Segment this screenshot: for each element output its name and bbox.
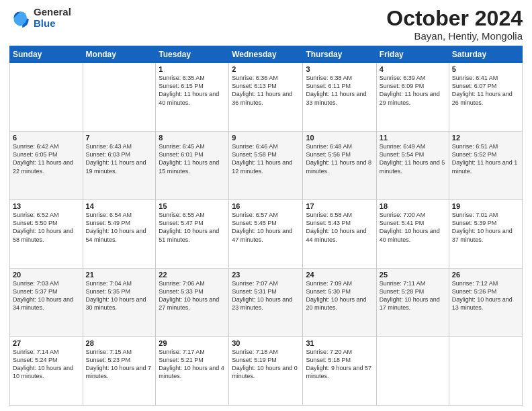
day-info: Sunrise: 6:46 AM Sunset: 5:58 PM Dayligh…	[232, 142, 300, 175]
calendar-cell	[376, 337, 449, 406]
page: General Blue October 2024 Bayan, Hentiy,…	[0, 0, 532, 411]
day-number: 8	[159, 134, 226, 142]
day-info: Sunrise: 6:35 AM Sunset: 6:15 PM Dayligh…	[159, 74, 226, 107]
day-number: 23	[232, 271, 300, 279]
day-number: 24	[306, 271, 373, 279]
day-number: 7	[86, 134, 153, 142]
week-row-3: 20Sunrise: 7:03 AM Sunset: 5:37 PM Dayli…	[10, 269, 523, 337]
day-info: Sunrise: 7:00 AM Sunset: 5:41 PM Dayligh…	[380, 211, 446, 244]
day-info: Sunrise: 6:52 AM Sunset: 5:50 PM Dayligh…	[13, 211, 80, 244]
day-number: 28	[86, 339, 153, 347]
day-number: 22	[159, 271, 226, 279]
day-number: 26	[452, 271, 519, 279]
day-number: 9	[232, 134, 300, 142]
day-info: Sunrise: 6:43 AM Sunset: 6:03 PM Dayligh…	[86, 142, 153, 175]
week-row-0: 1Sunrise: 6:35 AM Sunset: 6:15 PM Daylig…	[10, 63, 523, 132]
day-info: Sunrise: 7:01 AM Sunset: 5:39 PM Dayligh…	[452, 211, 519, 244]
calendar-cell: 19Sunrise: 7:01 AM Sunset: 5:39 PM Dayli…	[449, 200, 522, 269]
day-info: Sunrise: 7:04 AM Sunset: 5:35 PM Dayligh…	[86, 279, 153, 312]
calendar-table: Sunday Monday Tuesday Wednesday Thursday…	[9, 46, 523, 406]
day-number: 30	[232, 339, 300, 347]
calendar-cell: 27Sunrise: 7:14 AM Sunset: 5:24 PM Dayli…	[10, 337, 83, 406]
day-info: Sunrise: 7:18 AM Sunset: 5:19 PM Dayligh…	[232, 348, 300, 381]
header-row: Sunday Monday Tuesday Wednesday Thursday…	[10, 46, 523, 63]
day-number: 19	[452, 202, 519, 210]
day-number: 20	[13, 271, 80, 279]
calendar-cell: 28Sunrise: 7:15 AM Sunset: 5:23 PM Dayli…	[83, 337, 156, 406]
header-friday: Friday	[376, 46, 449, 63]
day-info: Sunrise: 6:51 AM Sunset: 5:52 PM Dayligh…	[452, 142, 519, 175]
calendar-cell: 9Sunrise: 6:46 AM Sunset: 5:58 PM Daylig…	[229, 132, 303, 200]
day-number: 15	[159, 202, 226, 210]
calendar-cell: 18Sunrise: 7:00 AM Sunset: 5:41 PM Dayli…	[376, 200, 449, 269]
calendar-header: Sunday Monday Tuesday Wednesday Thursday…	[10, 46, 523, 63]
day-number: 25	[380, 271, 446, 279]
calendar-body: 1Sunrise: 6:35 AM Sunset: 6:15 PM Daylig…	[10, 63, 523, 406]
day-info: Sunrise: 6:58 AM Sunset: 5:43 PM Dayligh…	[306, 211, 373, 244]
calendar-cell: 22Sunrise: 7:06 AM Sunset: 5:33 PM Dayli…	[156, 269, 229, 337]
calendar-cell: 29Sunrise: 7:17 AM Sunset: 5:21 PM Dayli…	[156, 337, 229, 406]
calendar-cell	[449, 337, 522, 406]
header-wednesday: Wednesday	[229, 46, 303, 63]
calendar-cell: 16Sunrise: 6:57 AM Sunset: 5:45 PM Dayli…	[229, 200, 303, 269]
day-number: 17	[306, 202, 373, 210]
day-number: 6	[13, 134, 80, 142]
logo-icon	[9, 7, 31, 29]
day-info: Sunrise: 7:15 AM Sunset: 5:23 PM Dayligh…	[86, 348, 153, 381]
calendar-cell: 7Sunrise: 6:43 AM Sunset: 6:03 PM Daylig…	[83, 132, 156, 200]
day-info: Sunrise: 6:38 AM Sunset: 6:11 PM Dayligh…	[306, 74, 373, 107]
day-info: Sunrise: 6:57 AM Sunset: 5:45 PM Dayligh…	[232, 211, 300, 244]
calendar-cell: 2Sunrise: 6:36 AM Sunset: 6:13 PM Daylig…	[229, 63, 303, 132]
day-info: Sunrise: 6:39 AM Sunset: 6:09 PM Dayligh…	[380, 74, 446, 107]
week-row-1: 6Sunrise: 6:42 AM Sunset: 6:05 PM Daylig…	[10, 132, 523, 200]
calendar-cell: 1Sunrise: 6:35 AM Sunset: 6:15 PM Daylig…	[156, 63, 229, 132]
day-info: Sunrise: 6:54 AM Sunset: 5:49 PM Dayligh…	[86, 211, 153, 244]
calendar-cell	[10, 63, 83, 132]
day-info: Sunrise: 7:12 AM Sunset: 5:26 PM Dayligh…	[452, 279, 519, 312]
day-info: Sunrise: 6:36 AM Sunset: 6:13 PM Dayligh…	[232, 74, 300, 107]
day-number: 16	[232, 202, 300, 210]
day-number: 4	[380, 65, 446, 73]
calendar-cell: 24Sunrise: 7:09 AM Sunset: 5:30 PM Dayli…	[303, 269, 376, 337]
calendar-cell: 6Sunrise: 6:42 AM Sunset: 6:05 PM Daylig…	[10, 132, 83, 200]
week-row-4: 27Sunrise: 7:14 AM Sunset: 5:24 PM Dayli…	[10, 337, 523, 406]
day-info: Sunrise: 7:07 AM Sunset: 5:31 PM Dayligh…	[232, 279, 300, 312]
calendar-cell: 4Sunrise: 6:39 AM Sunset: 6:09 PM Daylig…	[376, 63, 449, 132]
header-tuesday: Tuesday	[156, 46, 229, 63]
calendar-cell: 14Sunrise: 6:54 AM Sunset: 5:49 PM Dayli…	[83, 200, 156, 269]
calendar-cell: 25Sunrise: 7:11 AM Sunset: 5:28 PM Dayli…	[376, 269, 449, 337]
day-number: 14	[86, 202, 153, 210]
calendar-cell: 10Sunrise: 6:48 AM Sunset: 5:56 PM Dayli…	[303, 132, 376, 200]
calendar-cell: 12Sunrise: 6:51 AM Sunset: 5:52 PM Dayli…	[449, 132, 522, 200]
day-info: Sunrise: 7:14 AM Sunset: 5:24 PM Dayligh…	[13, 348, 80, 381]
day-info: Sunrise: 7:11 AM Sunset: 5:28 PM Dayligh…	[380, 279, 446, 312]
day-number: 11	[380, 134, 446, 142]
day-info: Sunrise: 6:45 AM Sunset: 6:01 PM Dayligh…	[159, 142, 226, 175]
day-number: 2	[232, 65, 300, 73]
day-info: Sunrise: 7:09 AM Sunset: 5:30 PM Dayligh…	[306, 279, 373, 312]
logo: General Blue	[9, 7, 71, 29]
day-info: Sunrise: 7:03 AM Sunset: 5:37 PM Dayligh…	[13, 279, 80, 312]
calendar-cell: 26Sunrise: 7:12 AM Sunset: 5:26 PM Dayli…	[449, 269, 522, 337]
calendar-cell: 8Sunrise: 6:45 AM Sunset: 6:01 PM Daylig…	[156, 132, 229, 200]
week-row-2: 13Sunrise: 6:52 AM Sunset: 5:50 PM Dayli…	[10, 200, 523, 269]
calendar-cell: 13Sunrise: 6:52 AM Sunset: 5:50 PM Dayli…	[10, 200, 83, 269]
day-number: 18	[380, 202, 446, 210]
day-info: Sunrise: 7:17 AM Sunset: 5:21 PM Dayligh…	[159, 348, 226, 381]
location-title: Bayan, Hentiy, Mongolia	[386, 30, 523, 42]
day-number: 10	[306, 134, 373, 142]
day-info: Sunrise: 6:49 AM Sunset: 5:54 PM Dayligh…	[380, 142, 446, 175]
day-info: Sunrise: 7:06 AM Sunset: 5:33 PM Dayligh…	[159, 279, 226, 312]
logo-blue: Blue	[34, 17, 56, 29]
calendar-cell: 15Sunrise: 6:55 AM Sunset: 5:47 PM Dayli…	[156, 200, 229, 269]
day-info: Sunrise: 6:55 AM Sunset: 5:47 PM Dayligh…	[159, 211, 226, 244]
calendar-cell: 23Sunrise: 7:07 AM Sunset: 5:31 PM Dayli…	[229, 269, 303, 337]
month-title: October 2024	[386, 7, 523, 30]
calendar-cell: 3Sunrise: 6:38 AM Sunset: 6:11 PM Daylig…	[303, 63, 376, 132]
calendar-cell: 21Sunrise: 7:04 AM Sunset: 5:35 PM Dayli…	[83, 269, 156, 337]
calendar-cell: 5Sunrise: 6:41 AM Sunset: 6:07 PM Daylig…	[449, 63, 522, 132]
day-number: 21	[86, 271, 153, 279]
header-monday: Monday	[83, 46, 156, 63]
header-saturday: Saturday	[449, 46, 522, 63]
calendar-cell: 31Sunrise: 7:20 AM Sunset: 5:18 PM Dayli…	[303, 337, 376, 406]
